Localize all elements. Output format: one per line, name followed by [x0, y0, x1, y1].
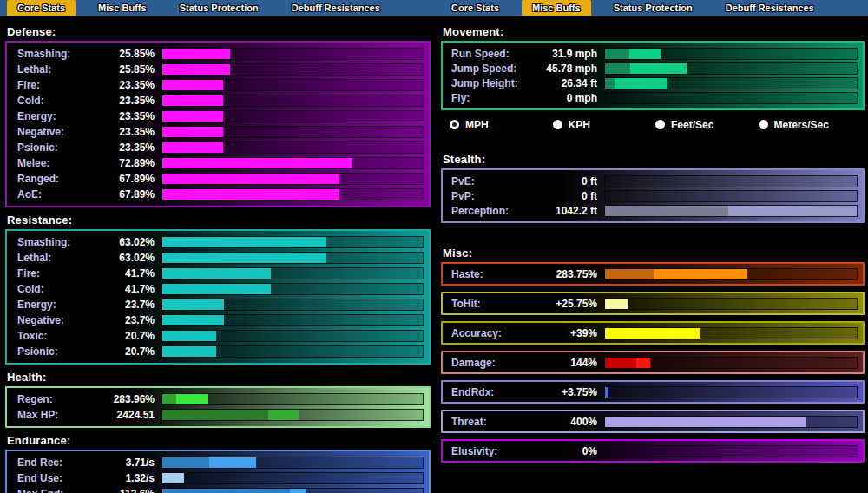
misc-panel-elusivity: Elusivity:0% — [441, 439, 865, 463]
stat-row-haste: Haste:283.75% — [448, 266, 858, 281]
tab-status-protection[interactable]: Status Protection — [169, 0, 269, 16]
stat-value: 20.7% — [104, 345, 155, 358]
stat-row-psionic: Psionic:20.7% — [12, 344, 424, 359]
stat-bar — [161, 252, 424, 264]
stat-bar — [161, 488, 424, 493]
stat-bar-fill — [605, 63, 630, 74]
tab-misc-buffs[interactable]: Misc Buffs — [522, 0, 591, 16]
stat-row-accuracy: Accuracy:+39% — [448, 325, 858, 340]
stat-bar — [161, 472, 424, 484]
stat-bar-fill — [162, 189, 339, 200]
tab-group-right: Core StatsMisc BuffsStatus ProtectionDeb… — [434, 0, 868, 16]
stat-value: 31.9 mph — [535, 48, 597, 60]
stat-value: 41.7% — [104, 267, 155, 279]
section-title-endurance: Endurance: — [7, 434, 431, 447]
stat-row-energy: Energy:23.7% — [12, 297, 424, 312]
stat-value: 1042.2 ft — [535, 205, 597, 217]
section-panel-resistance: Smashing:63.02%Lethal:63.02%Fire:41.7%Co… — [5, 229, 431, 365]
stat-row-regen: Regen:283.96% — [12, 391, 424, 407]
stat-bar — [161, 330, 424, 342]
stat-bar-fill — [268, 410, 299, 420]
stat-bar — [161, 141, 424, 154]
stat-bar — [604, 62, 858, 75]
stat-bar — [161, 283, 424, 295]
radio-label: KPH — [569, 119, 590, 131]
stat-value: 26.34 ft — [535, 77, 597, 89]
stat-bar-fill — [605, 269, 654, 279]
section-title-defense: Defense: — [7, 25, 431, 38]
radio-mph[interactable]: MPH — [450, 116, 553, 133]
stat-label: Energy: — [12, 299, 104, 311]
stat-bar — [161, 299, 424, 311]
stat-value: 0 ft — [535, 190, 597, 202]
stat-bar — [161, 409, 424, 421]
misc-panel-tohit: ToHit:+25.75% — [441, 292, 865, 315]
stat-bar-fill — [162, 284, 271, 294]
speed-unit-selector: MPHKPHFeet/SecMeters/Sec — [441, 110, 865, 133]
stat-bar-fill — [162, 158, 352, 168]
tab-status-protection[interactable]: Status Protection — [603, 0, 703, 16]
stat-value: 23.7% — [104, 299, 155, 311]
stat-row-pvp: PvP:0 ft — [448, 188, 858, 203]
stat-bar-fill — [162, 174, 339, 184]
stat-bar — [161, 126, 424, 138]
right-column: Movement:Run Speed:31.9 mphJump Speed:45… — [441, 19, 865, 493]
stat-value: 400% — [535, 416, 597, 428]
stat-bar — [161, 63, 424, 76]
stat-bar — [604, 298, 858, 310]
tab-core-stats[interactable]: Core Stats — [7, 0, 76, 16]
stat-row-perception: Perception:1042.2 ft — [448, 203, 858, 218]
misc-panel-haste: Haste:283.75% — [441, 262, 865, 286]
stat-bar-fill — [605, 299, 628, 309]
stat-bar-fill — [162, 489, 290, 493]
stat-label: End Rec: — [12, 457, 104, 469]
stat-bar — [604, 175, 858, 187]
tab-debuff-resistances[interactable]: Debuff Resistances — [715, 0, 825, 16]
stat-bar-fill — [605, 328, 700, 339]
tab-misc-buffs[interactable]: Misc Buffs — [88, 0, 157, 16]
stat-row-toxic: Toxic:20.7% — [12, 328, 424, 344]
radio-kph[interactable]: KPH — [553, 116, 656, 133]
stat-row-run-speed: Run Speed:31.9 mph — [448, 46, 858, 61]
stat-row-cold: Cold:41.7% — [12, 281, 424, 297]
stat-bar — [604, 357, 858, 369]
stat-label: Lethal: — [12, 252, 104, 264]
stat-label: Elusivity: — [448, 445, 535, 457]
stat-bar — [604, 416, 858, 428]
stat-label: Run Speed: — [448, 48, 535, 60]
radio-feet-sec[interactable]: Feet/Sec — [655, 116, 759, 133]
radio-meters-sec[interactable]: Meters/Sec — [759, 116, 862, 133]
section-title-movement: Movement: — [443, 25, 865, 38]
stat-bar-fill — [162, 299, 224, 310]
stat-bar-fill — [162, 346, 216, 357]
stat-row-jump-height: Jump Height:26.34 ft — [448, 76, 858, 90]
stat-bar-fill — [630, 63, 687, 74]
stat-bar — [161, 457, 424, 469]
stat-bar-fill — [290, 489, 306, 493]
stat-label: ToHit: — [448, 298, 535, 310]
stat-bar-fill — [162, 49, 230, 59]
stat-row-max-end: Max End:113.6% — [12, 486, 424, 493]
section-panel-stealth: PvE:0 ftPvP:0 ftPerception:1042.2 ft — [441, 168, 865, 223]
stat-value: 63.02% — [104, 252, 155, 264]
stat-row-fire: Fire:23.35% — [12, 77, 424, 93]
stat-row-ranged: Ranged:67.89% — [12, 171, 424, 187]
stat-bar — [604, 386, 858, 398]
stat-bar — [604, 190, 858, 202]
stat-row-elusivity: Elusivity:0% — [448, 444, 858, 458]
stats-content: Defense:Smashing:25.85%Lethal:25.85%Fire… — [0, 16, 868, 493]
stat-value: +39% — [535, 327, 597, 339]
radio-label: Meters/Sec — [774, 119, 829, 131]
stat-label: Toxic: — [12, 330, 104, 342]
tab-debuff-resistances[interactable]: Debuff Resistances — [281, 0, 391, 16]
stat-label: PvE: — [448, 175, 535, 187]
stat-bar — [604, 48, 858, 60]
tab-core-stats[interactable]: Core Stats — [441, 0, 510, 16]
stat-row-damage: Damage:144% — [448, 355, 858, 370]
stat-bar-fill — [162, 394, 176, 404]
stat-bar-fill — [636, 358, 650, 368]
tab-bar: Core StatsMisc BuffsStatus ProtectionDeb… — [0, 0, 868, 16]
radio-icon — [759, 120, 768, 129]
stat-row-threat: Threat:400% — [448, 414, 858, 429]
stat-row-energy: Energy:23.35% — [12, 108, 424, 124]
